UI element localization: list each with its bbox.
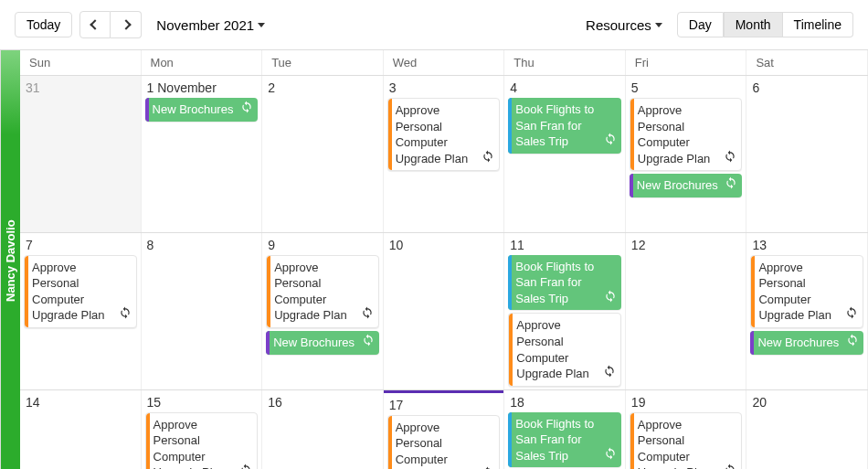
caret-down-icon xyxy=(655,23,662,27)
event-approve[interactable]: Approve Personal Computer Upgrade Plan xyxy=(630,412,743,469)
prev-button[interactable] xyxy=(79,11,111,38)
day-cell[interactable]: 14 xyxy=(20,390,142,469)
today-button[interactable]: Today xyxy=(15,12,72,37)
category-stripe xyxy=(508,255,512,311)
event-approve[interactable]: Approve Personal Computer Upgrade Plan xyxy=(630,98,743,171)
week-row: 14 15 Approve Personal Computer Upgrade … xyxy=(20,390,868,469)
category-stripe xyxy=(630,413,634,469)
category-stripe xyxy=(146,413,150,469)
category-stripe xyxy=(509,314,513,385)
recurring-icon xyxy=(724,464,736,469)
day-cell[interactable]: 16 xyxy=(262,390,384,469)
weekday: Sat xyxy=(746,50,868,75)
recurring-icon xyxy=(362,334,375,351)
category-stripe xyxy=(630,99,634,170)
resource-label: Nancy Davolio xyxy=(0,50,20,469)
event-flights[interactable]: Book Flights to San Fran for Sales Trip xyxy=(508,98,621,154)
category-stripe xyxy=(508,412,512,468)
recurring-icon xyxy=(239,464,252,469)
weekday-header: Sun Mon Tue Wed Thu Fri Sat xyxy=(20,50,868,76)
category-stripe xyxy=(267,256,270,327)
recurring-icon xyxy=(604,290,617,307)
day-cell[interactable]: 18 Book Flights to San Fran for Sales Tr… xyxy=(504,390,626,469)
recurring-icon xyxy=(119,306,132,324)
category-stripe xyxy=(750,331,754,355)
recurring-icon xyxy=(846,334,859,351)
day-cell[interactable]: 12 xyxy=(626,233,747,389)
recurring-icon xyxy=(845,306,858,324)
chevron-left-icon xyxy=(90,19,101,29)
recurring-icon xyxy=(724,150,736,167)
event-flights[interactable]: Book Flights to San Fran for Sales Trip xyxy=(508,255,621,311)
recurring-icon xyxy=(725,176,737,194)
category-stripe xyxy=(751,256,755,327)
chevron-right-icon xyxy=(121,19,131,29)
day-cell[interactable]: 13 Approve Personal Computer Upgrade Pla… xyxy=(746,233,868,389)
view-switch: Day Month Timeline xyxy=(677,12,853,37)
category-stripe xyxy=(388,99,392,170)
day-cell[interactable]: 2 xyxy=(262,76,384,232)
category-stripe xyxy=(266,331,270,355)
event-brochures[interactable]: New Brochures xyxy=(750,331,863,355)
day-cell[interactable]: 3 Approve Personal Computer Upgrade Plan xyxy=(384,76,505,232)
day-cell[interactable]: 9 Approve Personal Computer Upgrade Plan… xyxy=(262,233,384,389)
weekday: Sun xyxy=(20,50,142,75)
event-approve[interactable]: Approve Personal Computer Upgrade Plan xyxy=(387,98,501,171)
weekday: Thu xyxy=(504,50,626,75)
recurring-icon xyxy=(240,101,253,118)
day-cell[interactable]: 20 xyxy=(746,390,868,469)
nav-group xyxy=(79,11,142,38)
calendar: Nancy Davolio Sun Mon Tue Wed Thu Fri Sa… xyxy=(0,49,868,469)
weekday: Tue xyxy=(262,50,384,75)
event-flights[interactable]: Book Flights to San Fran for Sales Trip xyxy=(508,412,621,468)
recurring-icon xyxy=(482,150,494,167)
category-stripe xyxy=(388,416,392,469)
caret-down-icon xyxy=(258,23,265,27)
event-brochures[interactable]: New Brochures xyxy=(266,331,379,355)
event-approve[interactable]: Approve Personal Computer Upgrade Plan xyxy=(266,255,379,328)
recurring-icon xyxy=(361,306,374,324)
day-cell[interactable]: 1 November New Brochures xyxy=(142,76,263,232)
event-approve[interactable]: Approve Personal Computer Upgrade Plan xyxy=(24,255,137,328)
day-cell[interactable]: 17 Approve Personal Computer Upgrade Pla… xyxy=(384,390,505,469)
calendar-toolbar: Today November 2021 Resources Day Month … xyxy=(0,0,868,49)
category-stripe xyxy=(25,256,28,327)
week-row: 7 Approve Personal Computer Upgrade Plan… xyxy=(20,233,868,390)
recurring-icon xyxy=(603,365,616,382)
day-cell[interactable]: 11 Book Flights to San Fran for Sales Tr… xyxy=(504,233,626,389)
recurring-icon xyxy=(604,133,617,150)
view-month-button[interactable]: Month xyxy=(724,12,783,37)
weekday: Mon xyxy=(142,50,263,75)
current-month-label: November 2021 xyxy=(156,17,254,33)
day-cell[interactable]: 5 Approve Personal Computer Upgrade Plan… xyxy=(626,76,747,232)
day-cell[interactable]: 10 xyxy=(384,233,505,389)
recurring-icon xyxy=(604,447,617,464)
event-brochures[interactable]: New Brochures xyxy=(630,174,743,197)
view-timeline-button[interactable]: Timeline xyxy=(783,12,853,37)
day-cell[interactable]: 8 xyxy=(142,233,263,389)
day-cell[interactable]: 31 xyxy=(20,76,142,232)
event-approve[interactable]: Approve Personal Computer Upgrade Plan xyxy=(508,313,621,386)
week-row: 31 1 November New Brochures 2 3 Approve … xyxy=(20,76,868,233)
day-cell[interactable]: 4 Book Flights to San Fran for Sales Tri… xyxy=(504,76,626,232)
today-indicator xyxy=(384,390,504,393)
date-picker-button[interactable]: November 2021 xyxy=(149,13,272,37)
weekday: Wed xyxy=(384,50,505,75)
event-brochures[interactable]: New Brochures xyxy=(145,98,259,122)
event-approve[interactable]: Approve Personal Computer Upgrade Plan xyxy=(145,412,259,469)
view-day-button[interactable]: Day xyxy=(677,12,724,37)
weekday: Fri xyxy=(626,50,747,75)
event-approve[interactable]: Approve Personal Computer Upgrade Plan xyxy=(750,255,863,328)
day-cell[interactable]: 19 Approve Personal Computer Upgrade Pla… xyxy=(626,390,747,469)
category-stripe xyxy=(630,174,633,197)
next-button[interactable] xyxy=(111,11,142,38)
day-cell[interactable]: 6 xyxy=(746,76,868,232)
event-approve[interactable]: Approve Personal Computer Upgrade Plan xyxy=(387,415,501,469)
day-cell[interactable]: 7 Approve Personal Computer Upgrade Plan xyxy=(20,233,142,389)
day-cell[interactable]: 15 Approve Personal Computer Upgrade Pla… xyxy=(142,390,263,469)
category-stripe xyxy=(508,98,512,154)
category-stripe xyxy=(145,98,149,122)
resources-dropdown[interactable]: Resources xyxy=(578,13,670,37)
